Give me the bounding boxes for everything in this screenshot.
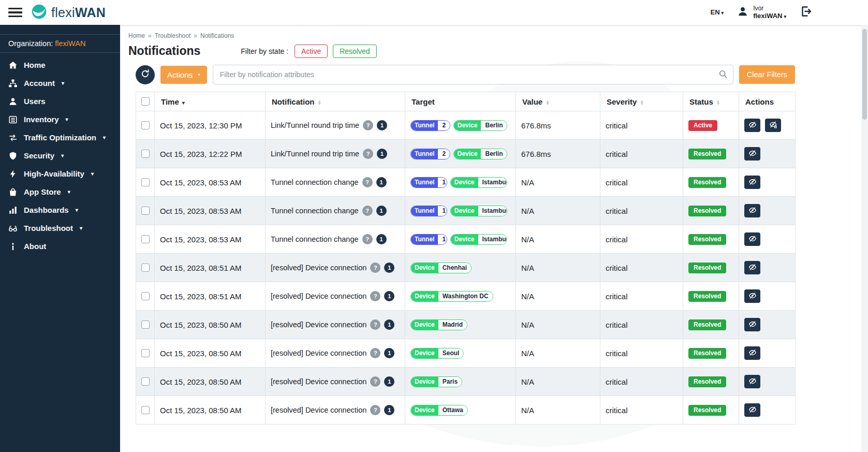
sidebar-item-security[interactable]: Security▾: [0, 147, 120, 165]
sidebar-item-inventory[interactable]: Inventory▾: [0, 110, 120, 128]
sidebar-item-high-availability[interactable]: High-Availability▾: [0, 165, 120, 183]
help-icon[interactable]: ?: [362, 177, 373, 187]
sort-icon: ▲▼: [546, 100, 549, 105]
eye-slash-alt-button[interactable]: [765, 119, 781, 132]
eye-slash-button[interactable]: [744, 119, 760, 132]
eye-slash-button[interactable]: [744, 176, 760, 189]
eye-slash-button[interactable]: [744, 346, 760, 360]
breadcrumb-item-notifications[interactable]: Notifications: [200, 32, 234, 39]
row-checkbox[interactable]: [141, 121, 150, 129]
help-icon[interactable]: ?: [362, 234, 373, 244]
device-badge[interactable]: DeviceIstambul: [450, 234, 507, 245]
sidebar-item-dashboards[interactable]: Dashboards▾: [0, 201, 120, 219]
help-icon[interactable]: ?: [363, 120, 373, 130]
user-menu[interactable]: Ivor flexiWAN▾: [737, 5, 786, 20]
filter-resolved-button[interactable]: Resolved: [333, 45, 376, 58]
help-icon[interactable]: ?: [370, 319, 380, 330]
select-all-checkbox[interactable]: [141, 97, 150, 106]
row-checkbox[interactable]: [141, 292, 150, 300]
eye-slash-button[interactable]: [744, 318, 760, 331]
device-badge[interactable]: DeviceOttawa: [410, 405, 468, 416]
device-badge[interactable]: DeviceMadrid: [410, 319, 467, 330]
eye-slash-button[interactable]: [744, 375, 760, 388]
target-value-label: Berlin: [481, 121, 507, 130]
row-checkbox[interactable]: [141, 406, 150, 414]
row-checkbox[interactable]: [141, 235, 150, 243]
sidebar-item-troubleshoot[interactable]: Troubleshoot▾: [0, 219, 120, 237]
tunnel-badge[interactable]: Tunnel1: [410, 177, 447, 188]
occurrence-count-badge[interactable]: 1: [384, 291, 394, 301]
device-badge[interactable]: DeviceBerlin: [453, 120, 507, 131]
device-badge[interactable]: DeviceSeoul: [410, 348, 464, 359]
occurrence-count-badge[interactable]: 1: [376, 234, 387, 244]
occurrence-count-badge[interactable]: 1: [377, 149, 387, 159]
column-header-value[interactable]: Value▲▼: [516, 92, 600, 111]
column-header-status[interactable]: Status▲▼: [683, 92, 739, 111]
occurrence-count-badge[interactable]: 1: [376, 177, 387, 187]
occurrence-count-badge[interactable]: 1: [384, 319, 394, 330]
tunnel-badge[interactable]: Tunnel2: [410, 120, 450, 131]
row-checkbox[interactable]: [141, 349, 150, 357]
filter-active-button[interactable]: Active: [295, 45, 328, 58]
actions-cell: [739, 168, 796, 197]
tunnel-badge[interactable]: Tunnel1: [410, 234, 447, 245]
help-icon[interactable]: ?: [370, 405, 380, 415]
occurrence-count-badge[interactable]: 1: [384, 348, 394, 358]
device-badge[interactable]: DeviceIstambul: [450, 206, 507, 216]
clear-filters-button[interactable]: Clear Filters: [739, 65, 795, 84]
sidebar-item-users[interactable]: Users: [0, 92, 120, 110]
eye-slash-button[interactable]: [744, 403, 760, 417]
eye-slash-button[interactable]: [744, 232, 760, 246]
sidebar-item-traffic-optimization[interactable]: Traffic Optimization▾: [0, 128, 120, 147]
search-input[interactable]: [213, 65, 733, 84]
occurrence-count-badge[interactable]: 1: [384, 263, 394, 273]
language-selector[interactable]: EN▾: [711, 8, 724, 16]
sidebar-item-about[interactable]: About: [0, 237, 120, 255]
breadcrumb-item-home[interactable]: Home: [128, 32, 145, 39]
help-icon[interactable]: ?: [363, 149, 373, 159]
device-badge[interactable]: DeviceBerlin: [453, 149, 507, 159]
eye-slash-button[interactable]: [744, 204, 760, 217]
occurrence-count-badge[interactable]: 1: [377, 120, 387, 130]
help-icon[interactable]: ?: [370, 348, 380, 358]
device-badge[interactable]: DeviceWashington DC: [410, 291, 493, 302]
flexiwan-logo[interactable]: flexiWAN: [31, 3, 106, 22]
sidebar-item-home[interactable]: Home: [0, 56, 120, 74]
help-icon[interactable]: ?: [370, 263, 380, 273]
target-type-label: Tunnel: [411, 149, 438, 159]
hamburger-menu-icon[interactable]: [8, 8, 22, 18]
row-checkbox[interactable]: [141, 320, 150, 329]
notification-text: [resolved] Device connection: [271, 320, 366, 329]
logout-button[interactable]: [800, 5, 812, 19]
device-badge[interactable]: DeviceParis: [410, 376, 462, 387]
column-header-severity[interactable]: Severity▲▼: [600, 92, 683, 111]
row-checkbox[interactable]: [141, 377, 150, 386]
sidebar-item-app-store[interactable]: App Store▾: [0, 183, 120, 201]
sidebar-item-account[interactable]: Account▾: [0, 74, 120, 92]
refresh-button[interactable]: [136, 65, 155, 84]
device-badge[interactable]: DeviceIstambul: [450, 177, 507, 188]
tunnel-badge[interactable]: Tunnel1: [410, 206, 447, 216]
value-cell: N/A: [516, 282, 600, 311]
actions-dropdown-button[interactable]: Actions ▾: [160, 66, 207, 84]
occurrence-count-badge[interactable]: 1: [384, 376, 394, 387]
eye-slash-button[interactable]: [744, 261, 760, 274]
tunnel-badge[interactable]: Tunnel2: [410, 149, 450, 159]
row-checkbox[interactable]: [141, 178, 150, 186]
help-icon[interactable]: ?: [362, 206, 373, 216]
row-checkbox[interactable]: [141, 150, 150, 158]
help-icon[interactable]: ?: [370, 291, 380, 301]
occurrence-count-badge[interactable]: 1: [376, 206, 387, 216]
row-checkbox[interactable]: [141, 264, 150, 272]
scrollbar-thumb[interactable]: [862, 29, 867, 120]
breadcrumb-item-troubleshoot[interactable]: Troubleshoot: [155, 32, 191, 39]
column-header-time[interactable]: Time▾: [155, 92, 266, 111]
occurrence-count-badge[interactable]: 1: [384, 405, 394, 415]
row-checkbox[interactable]: [141, 207, 150, 215]
eye-slash-button[interactable]: [744, 147, 760, 161]
eye-slash-button[interactable]: [744, 289, 760, 303]
help-icon[interactable]: ?: [370, 376, 380, 387]
column-header-notification[interactable]: Notification▲▼: [266, 92, 405, 111]
device-badge[interactable]: DeviceChenhai: [410, 263, 472, 273]
vertical-scrollbar[interactable]: [861, 25, 868, 452]
